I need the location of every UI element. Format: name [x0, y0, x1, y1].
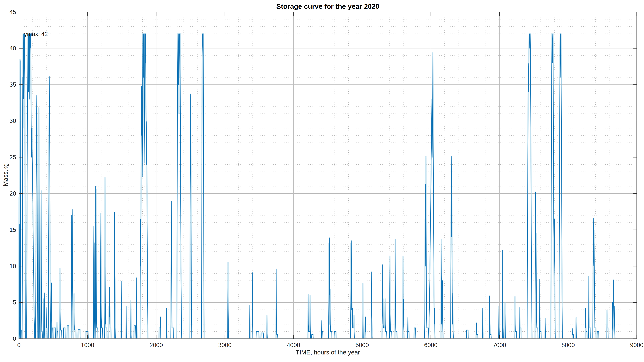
svg-text:10: 10 — [10, 263, 16, 269]
svg-text:40: 40 — [10, 45, 16, 52]
svg-text:2000: 2000 — [150, 342, 163, 348]
svg-text:5: 5 — [13, 299, 16, 306]
svg-text:7000: 7000 — [493, 342, 506, 348]
tick-marks — [19, 12, 637, 339]
svg-text:5000: 5000 — [356, 342, 369, 348]
major-gridlines — [19, 12, 637, 339]
svg-text:6000: 6000 — [424, 342, 438, 348]
svg-text:35: 35 — [10, 81, 16, 88]
svg-text:25: 25 — [10, 154, 16, 160]
chart-title: Storage curve for the year 2020 — [19, 3, 637, 11]
y-tick-labels: 051015202530354045 — [10, 9, 16, 342]
y-axis-label: Mass,kg — [2, 163, 9, 186]
svg-text:3000: 3000 — [218, 342, 232, 348]
svg-text:4000: 4000 — [287, 342, 300, 348]
svg-text:45: 45 — [10, 9, 16, 15]
x-axis-label: TIME, hours of the year — [19, 349, 637, 356]
svg-text:1000: 1000 — [81, 342, 94, 348]
svg-text:9000: 9000 — [630, 342, 644, 348]
axes-box — [19, 12, 637, 339]
svg-text:0: 0 — [17, 342, 20, 348]
svg-text:15: 15 — [10, 226, 16, 233]
matlab-figure: 0100020003000400050006000700080009000051… — [0, 0, 644, 362]
svg-text:30: 30 — [10, 118, 16, 124]
x-tick-labels: 0100020003000400050006000700080009000 — [17, 342, 644, 348]
storage-chart-canvas: 0100020003000400050006000700080009000051… — [0, 0, 644, 362]
svg-text:20: 20 — [10, 190, 16, 197]
ymax-annotation: ymax: 42 — [24, 31, 48, 37]
svg-text:8000: 8000 — [562, 342, 575, 348]
minor-gridlines — [19, 12, 637, 339]
svg-text:0: 0 — [13, 335, 16, 342]
